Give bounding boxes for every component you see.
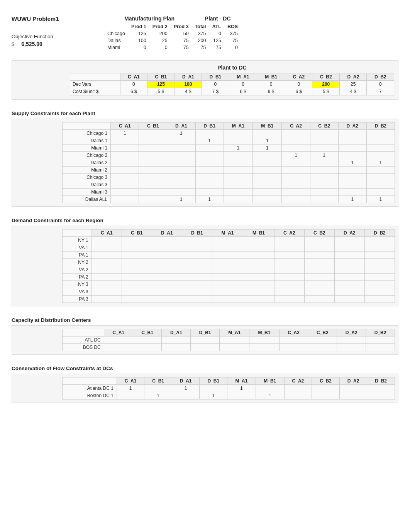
dv-ca2: 0: [285, 81, 312, 88]
mfg-row-miami: Miami 007575750: [104, 44, 241, 51]
demand-pa1: PA 1: [63, 252, 395, 259]
dv-mb1: 0: [257, 81, 285, 88]
supply-miami1: Miami 1 11: [63, 144, 395, 152]
cost-cb2: 5 $: [312, 88, 340, 95]
col-da1: D_A1: [175, 73, 202, 81]
capacity-bos: BOS DC: [63, 344, 395, 351]
dec-vars-row: Dec Vars 0 125 100 0 0 0 0 200 25 0: [70, 81, 394, 88]
mfg-row-dallas: Dallas 100257520012575: [104, 37, 241, 44]
col-ca2: C_A2: [285, 73, 312, 81]
demand-pa3: PA 3: [63, 296, 395, 303]
dv-da1: 100: [175, 81, 202, 88]
dv-db2: 0: [367, 81, 394, 88]
mfg-table: Prod 1 Prod 2 Prod 3 Total ATL BOS Chica…: [104, 23, 241, 51]
supply-constraint-section: C_A1 C_B1 D_A1 D_B1 M_A1 M_B1 C_A2 C_B2 …: [12, 119, 398, 207]
demand-constraint-section: C_A1 C_B1 D_A1 D_B1 M_A1 M_B1 C_A2 C_B2 …: [12, 226, 398, 306]
supply-dallas1: Dallas 1 11: [63, 137, 395, 144]
col-header-empty: [70, 73, 120, 81]
mfg-col-atl: ATL: [209, 23, 224, 30]
demand-ny1: NY 1: [63, 237, 395, 244]
col-ca1: C_A1: [120, 73, 147, 81]
plant-dc-header: Plant - DC: [195, 15, 241, 22]
dv-da2: 25: [339, 81, 367, 88]
mfg-plan-header: Manufacturing Plan: [104, 15, 195, 22]
objective-value: 6,525.00: [21, 41, 42, 47]
capacity-constraint-section: C_A1 C_B1 D_A1 D_B1 M_A1 M_B1 C_A2 C_B2 …: [12, 325, 398, 355]
capacity-atl: ATL DC: [63, 337, 395, 344]
supply-miami3: Miami 3: [63, 189, 395, 196]
demand-section-title: Demand Constraints for each Region: [12, 218, 398, 223]
mfg-col-total: Total: [192, 23, 209, 30]
capacity-section-title: Capacity at Distribution Centers: [12, 317, 398, 323]
dv-ma1: 0: [229, 81, 257, 88]
supply-dallas-all: Dallas ALL 1111: [63, 196, 395, 203]
supply-dallas2: Dallas 2 11: [63, 159, 395, 167]
mfg-col-prod3: Prod 3: [171, 23, 192, 30]
dollar-sign: $: [12, 41, 14, 47]
col-cb1: C_B1: [147, 73, 175, 81]
objective-label: Objective Function: [12, 34, 97, 39]
supply-miami2: Miami 2: [63, 167, 395, 174]
dec-vars-label: Dec Vars: [70, 81, 120, 88]
plant-to-dc-table: C_A1 C_B1 D_A1 D_B1 M_A1 M_B1 C_A2 C_B2 …: [70, 73, 394, 95]
cost-ca2: 6 $: [285, 88, 312, 95]
cost-db1: 7 $: [202, 88, 229, 95]
supply-table: C_A1 C_B1 D_A1 D_B1 M_A1 M_B1 C_A2 C_B2 …: [62, 122, 395, 203]
demand-va2: VA 2: [63, 266, 395, 274]
supply-chicago3: Chicago 3: [63, 174, 395, 181]
col-ma1: M_A1: [229, 73, 257, 81]
supply-dallas3: Dallas 3: [63, 181, 395, 189]
cost-ca1: 6 $: [120, 88, 147, 95]
cost-da2: 4 $: [339, 88, 367, 95]
dv-cb2: 200: [312, 81, 340, 88]
mfg-col-prod1: Prod 1: [128, 23, 149, 30]
flow-section-title: Conservation of Flow Constraints at DCs: [12, 365, 398, 371]
dv-ca1: 0: [120, 81, 147, 88]
col-db1: D_B1: [202, 73, 229, 81]
dv-db1: 0: [202, 81, 229, 88]
flow-constraint-section: C_A1 C_B1 D_A1 D_B1 M_A1 M_B1 C_A2 C_B2 …: [12, 374, 398, 403]
cost-mb1: 9 $: [257, 88, 285, 95]
cost-da1: 4 $: [175, 88, 202, 95]
dv-cb1: 125: [147, 81, 175, 88]
demand-va3: VA 3: [63, 288, 395, 296]
capacity-table: C_A1 C_B1 D_A1 D_B1 M_A1 M_B1 C_A2 C_B2 …: [62, 329, 395, 351]
demand-va1: VA 1: [63, 244, 395, 252]
flow-atlanta-dc1: Atlanta DC 1 111: [63, 385, 395, 392]
demand-ny3: NY 3: [63, 281, 395, 288]
demand-pa2: PA 2: [63, 274, 395, 281]
col-cb2: C_B2: [312, 73, 340, 81]
plant-to-dc-section: Plant to DC C_A1 C_B1 D_A1 D_B1 M_A1 M_B…: [12, 60, 398, 100]
cost-row: Cost $/unit $ 6 $ 5 $ 4 $ 7 $ 6 $ 9 $ 6 …: [70, 88, 394, 95]
supply-chicago2: Chicago 2 11: [63, 152, 395, 159]
cost-label: Cost $/unit $: [70, 88, 120, 95]
mfg-row-chicago: Chicago 125200503750375: [104, 30, 241, 37]
flow-boston-dc1: Boston DC 1 111: [63, 392, 395, 399]
demand-ny2: NY 2: [63, 259, 395, 266]
demand-table: C_A1 C_B1 D_A1 D_B1 M_A1 M_B1 C_A2 C_B2 …: [62, 229, 395, 303]
cost-ma1: 6 $: [229, 88, 257, 95]
mfg-col-0: [104, 23, 128, 30]
cost-db2: 7: [367, 88, 394, 95]
supply-chicago1: Chicago 1 11: [63, 130, 395, 137]
mfg-col-bos: BOS: [224, 23, 241, 30]
page-title: WUWU Problem1: [12, 15, 97, 22]
col-da2: D_A2: [339, 73, 367, 81]
mfg-col-prod2: Prod 2: [149, 23, 171, 30]
cost-cb1: 5 $: [147, 88, 175, 95]
plant-to-dc-title: Plant to DC: [70, 65, 394, 71]
col-mb1: M_B1: [257, 73, 285, 81]
supply-section-title: Supply Constraints for each Plant: [12, 110, 398, 116]
flow-table: C_A1 C_B1 D_A1 D_B1 M_A1 M_B1 C_A2 C_B2 …: [62, 377, 395, 399]
col-db2: D_B2: [367, 73, 394, 81]
